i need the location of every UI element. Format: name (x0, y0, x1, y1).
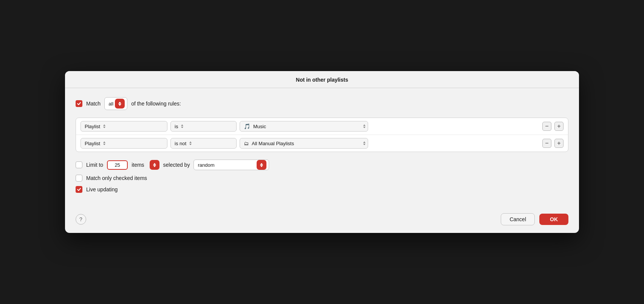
selected-by-stepper[interactable] (257, 160, 266, 170)
dialog-title: Not in other playlists (296, 77, 348, 83)
rules-section: Playlist is 🎵 Music (76, 118, 568, 152)
all-stepper[interactable] (115, 99, 125, 109)
of-label: of the following rules: (131, 101, 181, 107)
rule2-remove-button[interactable]: − (542, 139, 551, 148)
rule1-condition-value: is (175, 124, 178, 129)
rule1-value-select[interactable]: 🎵 Music (240, 121, 368, 132)
selected-by-label: selected by (163, 162, 190, 168)
rule1-field-value: Playlist (85, 124, 100, 129)
rule1-condition-chevrons (181, 124, 183, 128)
items-stepper[interactable] (150, 160, 159, 170)
limit-input[interactable] (107, 160, 128, 170)
rule2-field-select[interactable]: Playlist (80, 138, 167, 149)
rule1-add-button[interactable]: + (554, 122, 564, 131)
dialog-body: Match all of the following rules: Playli… (65, 88, 579, 209)
rule1-value-text: Music (253, 124, 266, 129)
chevron-down-icon (189, 144, 192, 145)
rule-row: Playlist is not 🗂 All Manual Playlist (76, 135, 568, 152)
limit-checkbox[interactable] (76, 161, 82, 168)
title-bar: Not in other playlists (65, 71, 579, 88)
limit-row: Limit to items selected by random (76, 160, 568, 170)
match-checkbox[interactable] (76, 100, 82, 107)
rule2-condition-value: is not (175, 141, 186, 146)
chevron-down-icon (181, 127, 183, 128)
items-stepper-up-icon (153, 163, 156, 165)
chevron-down-icon (363, 127, 365, 128)
chevron-down-icon (363, 144, 365, 145)
dialog-footer: ? Cancel OK (65, 209, 579, 233)
stepper-up-icon (118, 102, 121, 104)
chevron-down-icon (103, 144, 105, 145)
items-label: items (132, 162, 144, 168)
music-icon: 🎵 (244, 123, 250, 129)
items-stepper-down-icon (153, 165, 156, 167)
options-section: Limit to items selected by random (76, 160, 568, 193)
rule1-value-chevrons (363, 124, 365, 128)
chevron-up-icon (363, 141, 365, 143)
match-only-row: Match only checked items (76, 175, 568, 181)
selected-by-select[interactable]: random (194, 160, 269, 170)
rule1-field-chevrons (103, 124, 105, 128)
rule-row: Playlist is 🎵 Music (76, 118, 568, 135)
match-label: Match (86, 101, 101, 107)
folder-icon: 🗂 (244, 141, 249, 146)
rule2-add-button[interactable]: + (554, 139, 564, 148)
rule2-value-select[interactable]: 🗂 All Manual Playlists (240, 138, 368, 149)
selected-by-value: random (198, 162, 214, 168)
rule2-field-value: Playlist (85, 141, 100, 146)
stepper-down-icon (118, 104, 121, 106)
match-only-checkbox[interactable] (76, 175, 82, 181)
rule2-value-chevrons (363, 141, 365, 145)
chevron-down-icon (103, 127, 105, 128)
chevron-up-icon (103, 124, 105, 126)
chevron-up-icon (103, 141, 105, 143)
all-value: all (108, 101, 113, 107)
rule1-condition-select[interactable]: is (170, 121, 237, 132)
live-updating-label: Live updating (86, 186, 118, 192)
rule2-value-text: All Manual Playlists (252, 141, 294, 146)
limit-label: Limit to (86, 162, 103, 168)
live-updating-row: Live updating (76, 186, 568, 193)
rule1-field-select[interactable]: Playlist (80, 121, 167, 132)
selected-by-stepper-down-icon (260, 165, 263, 167)
selected-by-stepper-up-icon (260, 163, 263, 165)
ok-button[interactable]: OK (539, 214, 568, 225)
cancel-button[interactable]: Cancel (501, 213, 535, 225)
match-only-label: Match only checked items (86, 175, 147, 181)
dialog: Not in other playlists Match all of the … (65, 71, 579, 233)
chevron-up-icon (189, 141, 192, 143)
rule1-remove-button[interactable]: − (542, 122, 551, 131)
all-selector[interactable]: all (104, 97, 127, 110)
match-row: Match all of the following rules: (76, 97, 568, 110)
live-updating-checkbox[interactable] (76, 186, 82, 193)
rule2-condition-chevrons (189, 141, 192, 145)
rule2-field-chevrons (103, 141, 105, 145)
rule2-condition-select[interactable]: is not (170, 138, 237, 149)
help-button[interactable]: ? (76, 214, 86, 225)
chevron-up-icon (181, 124, 183, 126)
chevron-up-icon (363, 124, 365, 126)
